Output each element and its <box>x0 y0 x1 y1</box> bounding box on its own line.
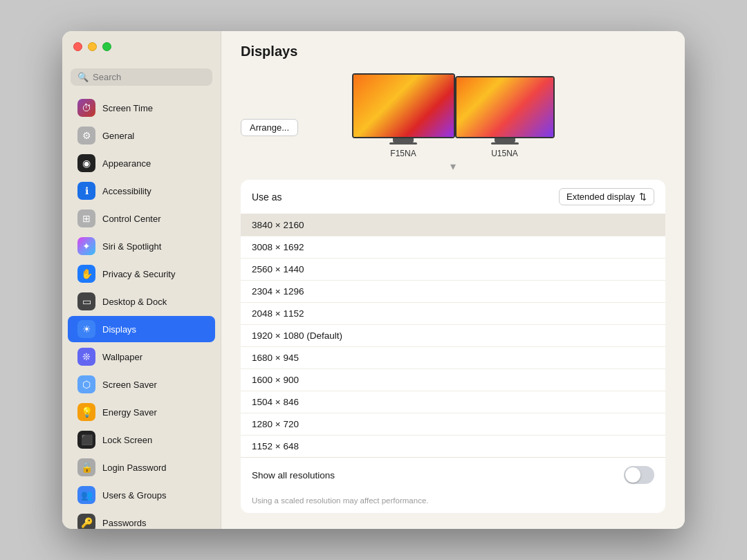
control-center-icon: ⊞ <box>77 209 95 227</box>
sidebar-item-label: Siri & Spotlight <box>102 241 161 252</box>
resolution-list: 3840 × 2160 3008 × 1692 2560 × 1440 2304… <box>241 214 665 457</box>
sidebar-item-label: Login Password <box>102 463 167 473</box>
controls-area: Use as Extended display ⇅ 3840 × 2160 30… <box>241 180 665 513</box>
monitor2-frame <box>455 76 555 138</box>
toggle-knob <box>625 467 640 483</box>
monitor1-base <box>389 142 417 144</box>
show-all-resolutions-row: Show all resolutions <box>241 457 665 492</box>
desktop-dock-icon: ▭ <box>77 292 95 310</box>
displays-icon: ☀ <box>77 320 95 338</box>
sidebar-item-label: Accessibility <box>102 186 151 196</box>
sidebar-item-label: Screen Saver <box>102 380 157 390</box>
sidebar-item-screen-saver[interactable]: ⬡ Screen Saver <box>68 371 215 398</box>
search-box[interactable]: 🔍 <box>71 68 212 86</box>
sidebar: 🔍 ⏱ Screen Time ⚙ General ◉ Appearance ℹ… <box>62 31 221 529</box>
show-all-resolutions-label: Show all resolutions <box>252 470 335 480</box>
sidebar-item-label: Passwords <box>102 518 147 528</box>
resolution-item[interactable]: 2304 × 1296 <box>241 281 665 303</box>
sidebar-item-label: Users & Groups <box>102 490 166 501</box>
sidebar-item-general[interactable]: ⚙ General <box>68 122 215 149</box>
close-button[interactable] <box>73 42 82 51</box>
resolution-item[interactable]: 1504 × 846 <box>241 391 665 413</box>
monitor1-label: F15NA <box>390 149 416 158</box>
sidebar-item-appearance[interactable]: ◉ Appearance <box>68 150 215 176</box>
sidebar-item-wallpaper[interactable]: ❊ Wallpaper <box>68 344 215 370</box>
search-input[interactable] <box>93 72 205 82</box>
monitor2-label: U15NA <box>491 149 518 158</box>
sidebar-item-label: Appearance <box>102 158 151 169</box>
wallpaper-icon: ❊ <box>77 348 95 366</box>
system-preferences-window: 🔍 ⏱ Screen Time ⚙ General ◉ Appearance ℹ… <box>62 31 685 529</box>
monitor-area: Arrange... F15NA U15NA <box>241 66 665 158</box>
passwords-icon: 🔑 <box>77 514 95 529</box>
resolution-item[interactable]: 1680 × 945 <box>241 347 665 369</box>
sidebar-item-label: Desktop & Dock <box>102 297 167 307</box>
privacy-icon: ✋ <box>77 265 95 283</box>
monitor1-frame <box>352 73 455 138</box>
sidebar-item-passwords[interactable]: 🔑 Passwords <box>68 510 215 529</box>
sidebar-item-desktop-dock[interactable]: ▭ Desktop & Dock <box>68 288 215 315</box>
sidebar-item-label: Control Center <box>102 214 161 224</box>
sidebar-item-users-groups[interactable]: 👥 Users & Groups <box>68 482 215 508</box>
sidebar-item-login-password[interactable]: 🔒 Login Password <box>68 454 215 480</box>
monitor2-base <box>491 142 519 144</box>
use-as-label: Use as <box>252 192 282 203</box>
sidebar-item-privacy-security[interactable]: ✋ Privacy & Security <box>68 261 215 287</box>
arrange-button[interactable]: Arrange... <box>241 119 298 136</box>
sidebar-item-lock-screen[interactable]: ⬛ Lock Screen <box>68 427 215 453</box>
accessibility-icon: ℹ <box>77 182 95 200</box>
sidebar-item-label: Lock Screen <box>102 435 152 445</box>
screen-time-icon: ⏱ <box>77 99 95 117</box>
monitor1-block: F15NA <box>352 73 455 158</box>
titlebar <box>73 42 111 51</box>
sidebar-item-label: Screen Time <box>102 103 153 113</box>
sidebar-item-accessibility[interactable]: ℹ Accessibility <box>68 178 215 204</box>
sidebar-item-label: Wallpaper <box>102 352 142 362</box>
hint-text: Using a scaled resolution may affect per… <box>241 492 665 513</box>
sidebar-item-screen-time[interactable]: ⏱ Screen Time <box>68 95 215 121</box>
resolution-item[interactable]: 1152 × 648 <box>241 436 665 457</box>
monitor2-screen <box>456 77 553 137</box>
search-icon: 🔍 <box>77 72 89 82</box>
use-as-row: Use as Extended display ⇅ <box>241 180 665 214</box>
resolution-item[interactable]: 1920 × 1080 (Default) <box>241 325 665 347</box>
siri-icon: ✦ <box>77 237 95 255</box>
selection-arrow: ▾ <box>241 160 665 173</box>
login-password-icon: 🔒 <box>77 458 95 476</box>
sidebar-item-label: Displays <box>102 324 136 335</box>
energy-saver-icon: 💡 <box>77 403 95 421</box>
sidebar-item-control-center[interactable]: ⊞ Control Center <box>68 205 215 232</box>
sidebar-item-label: Energy Saver <box>102 407 157 418</box>
show-all-resolutions-toggle[interactable] <box>624 466 654 484</box>
sidebar-item-label: Privacy & Security <box>102 269 175 279</box>
sidebar-item-displays[interactable]: ☀ Displays <box>68 316 215 342</box>
monitor1-screen <box>353 75 454 137</box>
resolution-item[interactable]: 1280 × 720 <box>241 413 665 436</box>
users-groups-icon: 👥 <box>77 486 95 504</box>
resolution-item[interactable]: 2048 × 1152 <box>241 303 665 325</box>
chevron-updown-icon: ⇅ <box>639 192 647 202</box>
resolution-item[interactable]: 2560 × 1440 <box>241 259 665 281</box>
resolution-item[interactable]: 3840 × 2160 <box>241 214 665 236</box>
sidebar-item-label: General <box>102 131 134 141</box>
general-icon: ⚙ <box>77 127 95 144</box>
resolution-item[interactable]: 3008 × 1692 <box>241 236 665 259</box>
appearance-icon: ◉ <box>77 154 95 172</box>
sidebar-item-energy-saver[interactable]: 💡 Energy Saver <box>68 399 215 425</box>
lock-screen-icon: ⬛ <box>77 431 95 449</box>
monitor2-block: U15NA <box>455 76 555 158</box>
resolution-item[interactable]: 1600 × 900 <box>241 369 665 391</box>
sidebar-item-siri-spotlight[interactable]: ✦ Siri & Spotlight <box>68 233 215 259</box>
page-title: Displays <box>221 31 685 66</box>
fullscreen-button[interactable] <box>102 42 111 51</box>
main-content: Displays Arrange... F15NA <box>221 31 685 529</box>
main-body: Arrange... F15NA U15NA <box>221 66 685 529</box>
display-mode-dropdown[interactable]: Extended display ⇅ <box>559 188 654 205</box>
minimize-button[interactable] <box>88 42 97 51</box>
screen-saver-icon: ⬡ <box>77 375 95 393</box>
